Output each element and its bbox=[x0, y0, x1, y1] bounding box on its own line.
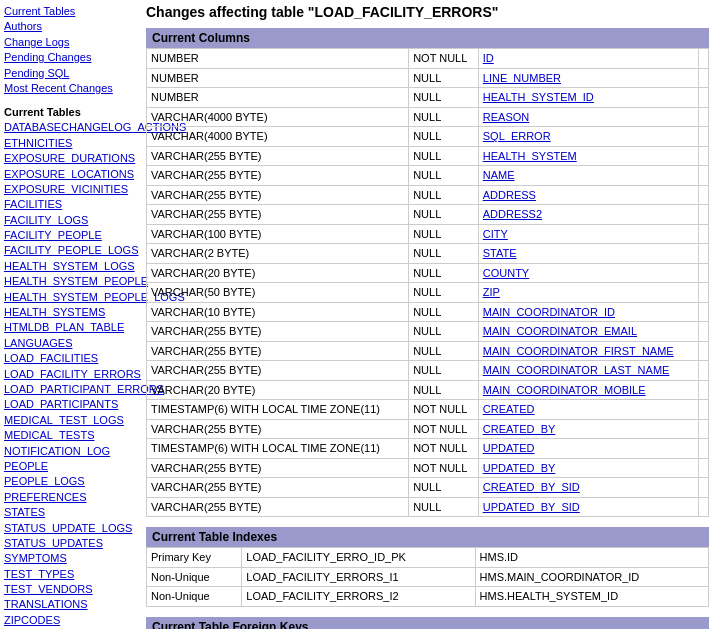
col-link[interactable]: REASON bbox=[483, 111, 529, 123]
sidebar-item-translations[interactable]: TRANSLATIONS bbox=[4, 597, 136, 612]
col-name: ADDRESS bbox=[478, 185, 698, 205]
table-row: VARCHAR(255 BYTE) NULL MAIN_COORDINATOR_… bbox=[147, 361, 709, 381]
col-nullable: NULL bbox=[409, 322, 479, 342]
col-name: NAME bbox=[478, 166, 698, 186]
col-nullable: NULL bbox=[409, 478, 479, 498]
table-row: VARCHAR(4000 BYTE) NULL SQL_ERROR bbox=[147, 127, 709, 147]
col-link[interactable]: HEALTH_SYSTEM_ID bbox=[483, 91, 594, 103]
sidebar-item-exposure_durations[interactable]: EXPOSURE_DURATIONS bbox=[4, 151, 136, 166]
col-type: VARCHAR(255 BYTE) bbox=[147, 185, 409, 205]
idx-type: Non-Unique bbox=[147, 587, 242, 607]
sidebar-item-databasechangelog_actions[interactable]: DATABASECHANGELOG_ACTIONS bbox=[4, 120, 136, 135]
col-type: VARCHAR(4000 BYTE) bbox=[147, 107, 409, 127]
col-nullable: NULL bbox=[409, 224, 479, 244]
sidebar-item-symptoms[interactable]: SYMPTOMS bbox=[4, 551, 136, 566]
sidebar-item-load_facilities[interactable]: LOAD_FACILITIES bbox=[4, 351, 136, 366]
sidebar-item-status_update_logs[interactable]: STATUS_UPDATE_LOGS bbox=[4, 521, 136, 536]
sidebar-item-languages[interactable]: LANGUAGES bbox=[4, 336, 136, 351]
sidebar-item-facility_people[interactable]: FACILITY_PEOPLE bbox=[4, 228, 136, 243]
col-name: LINE_NUMBER bbox=[478, 68, 698, 88]
col-link[interactable]: ID bbox=[483, 52, 494, 64]
col-link[interactable]: CREATED_BY bbox=[483, 423, 556, 435]
sidebar-item-people_logs[interactable]: PEOPLE_LOGS bbox=[4, 474, 136, 489]
col-nullable: NULL bbox=[409, 166, 479, 186]
main-content: Changes affecting table "LOAD_FACILITY_E… bbox=[140, 0, 715, 629]
change-logs-link[interactable]: Change Logs bbox=[4, 35, 136, 50]
col-link[interactable]: MAIN_COORDINATOR_MOBILE bbox=[483, 384, 646, 396]
col-link[interactable]: UPDATED_BY_SID bbox=[483, 501, 580, 513]
col-type: VARCHAR(100 BYTE) bbox=[147, 224, 409, 244]
sidebar-item-health_system_logs[interactable]: HEALTH_SYSTEM_LOGS bbox=[4, 259, 136, 274]
col-link[interactable]: MAIN_COORDINATOR_FIRST_NAME bbox=[483, 345, 674, 357]
col-link[interactable]: HEALTH_SYSTEM bbox=[483, 150, 577, 162]
sidebar-item-facilities[interactable]: FACILITIES bbox=[4, 197, 136, 212]
authors-link[interactable]: Authors bbox=[4, 19, 136, 34]
col-extra bbox=[699, 49, 709, 69]
col-link[interactable]: ZIP bbox=[483, 286, 500, 298]
col-link[interactable]: MAIN_COORDINATOR_EMAIL bbox=[483, 325, 637, 337]
sidebar-item-health_systems[interactable]: HEALTH_SYSTEMS bbox=[4, 305, 136, 320]
table-row: TIMESTAMP(6) WITH LOCAL TIME ZONE(11) NO… bbox=[147, 439, 709, 459]
col-link[interactable]: MAIN_COORDINATOR_LAST_NAME bbox=[483, 364, 670, 376]
table-row: VARCHAR(255 BYTE) NULL MAIN_COORDINATOR_… bbox=[147, 341, 709, 361]
sidebar-item-health_system_people_logs[interactable]: HEALTH_SYSTEM_PEOPLE_LOGS bbox=[4, 290, 136, 305]
current-tables-link[interactable]: Current Tables bbox=[4, 4, 136, 19]
pending-changes-link[interactable]: Pending Changes bbox=[4, 50, 136, 65]
col-name: CITY bbox=[478, 224, 698, 244]
col-extra bbox=[699, 185, 709, 205]
col-link[interactable]: CITY bbox=[483, 228, 508, 240]
indexes-table: Primary Key LOAD_FACILITY_ERRO_ID_PK HMS… bbox=[146, 547, 709, 607]
col-link[interactable]: STATE bbox=[483, 247, 517, 259]
col-link[interactable]: UPDATED_BY bbox=[483, 462, 556, 474]
sidebar-item-preferences[interactable]: PREFERENCES bbox=[4, 490, 136, 505]
sidebar-item-notification_log[interactable]: NOTIFICATION_LOG bbox=[4, 444, 136, 459]
sidebar-item-medical_test_logs[interactable]: MEDICAL_TEST_LOGS bbox=[4, 413, 136, 428]
col-link[interactable]: ADDRESS bbox=[483, 189, 536, 201]
col-type: NUMBER bbox=[147, 68, 409, 88]
col-extra bbox=[699, 439, 709, 459]
most-recent-link[interactable]: Most Recent Changes bbox=[4, 81, 136, 96]
col-link[interactable]: CREATED_BY_SID bbox=[483, 481, 580, 493]
page-title: Changes affecting table "LOAD_FACILITY_E… bbox=[146, 4, 709, 20]
col-nullable: NULL bbox=[409, 146, 479, 166]
idx-columns: HMS.MAIN_COORDINATOR_ID bbox=[475, 567, 708, 587]
sidebar-item-zipcodes[interactable]: ZIPCODES bbox=[4, 613, 136, 628]
sidebar-item-test_types[interactable]: TEST_TYPES bbox=[4, 567, 136, 582]
sidebar-item-ethnicities[interactable]: ETHNICITIES bbox=[4, 136, 136, 151]
col-extra bbox=[699, 263, 709, 283]
sidebar-item-facility_people_logs[interactable]: FACILITY_PEOPLE_LOGS bbox=[4, 243, 136, 258]
col-link[interactable]: MAIN_COORDINATOR_ID bbox=[483, 306, 615, 318]
sidebar-item-people[interactable]: PEOPLE bbox=[4, 459, 136, 474]
col-link[interactable]: COUNTY bbox=[483, 267, 529, 279]
sidebar-item-load_facility_errors[interactable]: LOAD_FACILITY_ERRORS bbox=[4, 367, 136, 382]
col-name: MAIN_COORDINATOR_ID bbox=[478, 302, 698, 322]
table-row: VARCHAR(255 BYTE) NULL MAIN_COORDINATOR_… bbox=[147, 322, 709, 342]
idx-columns: HMS.ID bbox=[475, 548, 708, 568]
col-link[interactable]: CREATED bbox=[483, 403, 535, 415]
sidebar-item-status_updates[interactable]: STATUS_UPDATES bbox=[4, 536, 136, 551]
sidebar-item-test_vendors[interactable]: TEST_VENDORS bbox=[4, 582, 136, 597]
col-type: TIMESTAMP(6) WITH LOCAL TIME ZONE(11) bbox=[147, 439, 409, 459]
col-extra bbox=[699, 68, 709, 88]
col-link[interactable]: NAME bbox=[483, 169, 515, 181]
sidebar-item-medical_tests[interactable]: MEDICAL_TESTS bbox=[4, 428, 136, 443]
sidebar-item-facility_logs[interactable]: FACILITY_LOGS bbox=[4, 213, 136, 228]
col-link[interactable]: ADDRESS2 bbox=[483, 208, 542, 220]
sidebar-item-states[interactable]: STATES bbox=[4, 505, 136, 520]
pending-sql-link[interactable]: Pending SQL bbox=[4, 66, 136, 81]
sidebar-item-load_participants[interactable]: LOAD_PARTICIPANTS bbox=[4, 397, 136, 412]
sidebar-item-health_system_people[interactable]: HEALTH_SYSTEM_PEOPLE bbox=[4, 274, 136, 289]
sidebar-item-exposure_locations[interactable]: EXPOSURE_LOCATIONS bbox=[4, 167, 136, 182]
sidebar-item-htmldb_plan_table[interactable]: HTMLDB_PLAN_TABLE bbox=[4, 320, 136, 335]
col-name: REASON bbox=[478, 107, 698, 127]
idx-type: Primary Key bbox=[147, 548, 242, 568]
sidebar-item-exposure_vicinities[interactable]: EXPOSURE_VICINITIES bbox=[4, 182, 136, 197]
col-name: MAIN_COORDINATOR_MOBILE bbox=[478, 380, 698, 400]
col-link[interactable]: UPDATED bbox=[483, 442, 535, 454]
col-name: HEALTH_SYSTEM_ID bbox=[478, 88, 698, 108]
col-extra bbox=[699, 302, 709, 322]
col-link[interactable]: LINE_NUMBER bbox=[483, 72, 561, 84]
idx-name: LOAD_FACILITY_ERRORS_I1 bbox=[242, 567, 475, 587]
col-link[interactable]: SQL_ERROR bbox=[483, 130, 551, 142]
sidebar-item-load_participant_errors[interactable]: LOAD_PARTICIPANT_ERRORS bbox=[4, 382, 136, 397]
